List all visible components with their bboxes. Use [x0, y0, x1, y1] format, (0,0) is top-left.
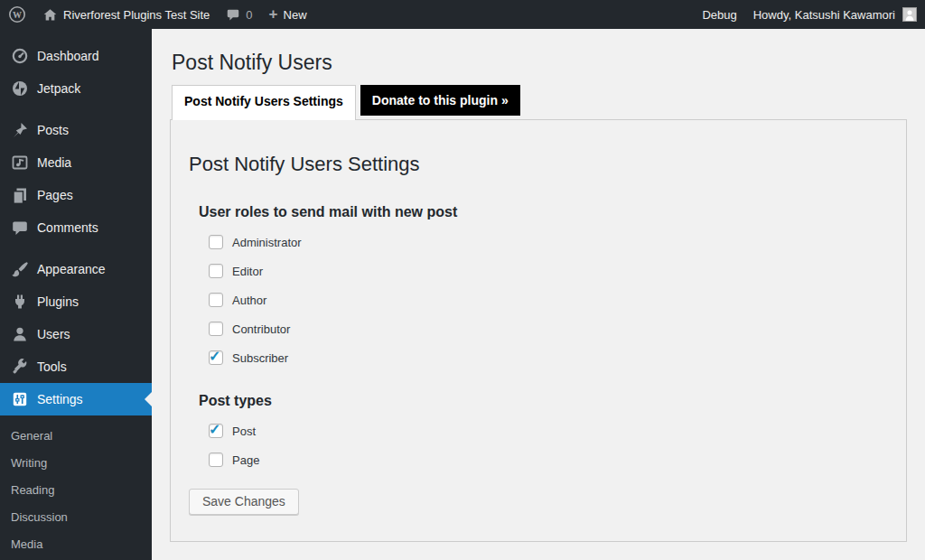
admin-sidebar: Dashboard Jetpack Posts	[0, 29, 152, 560]
sidebar-item-pages[interactable]: Pages	[0, 179, 152, 211]
content-area: Post Notify Users Post Notify Users Sett…	[152, 29, 925, 560]
my-account-menu[interactable]: Howdy, Katsushi Kawamori	[745, 0, 925, 29]
sidebar-item-posts[interactable]: Posts	[0, 114, 152, 146]
sidebar-item-label: Tools	[37, 358, 67, 376]
pushpin-icon	[11, 121, 29, 139]
checkbox[interactable]	[209, 453, 223, 467]
checkbox[interactable]	[209, 322, 223, 336]
checkbox-label: Subscriber	[232, 351, 288, 365]
panel-heading: Post Notify Users Settings	[189, 153, 888, 176]
home-icon	[42, 7, 58, 23]
post-types-heading: Post types	[199, 392, 888, 409]
user-roles-heading: User roles to send mail with new post	[199, 203, 888, 220]
sidebar-subitem-media[interactable]: Media	[0, 531, 152, 558]
new-label: New	[284, 8, 307, 22]
role-checkbox-administrator[interactable]: Administrator	[209, 235, 888, 249]
sidebar-item-label: Settings	[37, 390, 83, 408]
debug-menu[interactable]: Debug	[694, 0, 744, 29]
sidebar-item-settings[interactable]: Settings	[0, 383, 152, 415]
wrench-icon	[11, 358, 29, 376]
pages-icon	[11, 186, 29, 204]
sidebar-item-dashboard[interactable]: Dashboard	[0, 40, 152, 72]
comment-bubble-icon	[226, 7, 240, 22]
sidebar-item-comments[interactable]: Comments	[0, 211, 152, 244]
new-content-button[interactable]: + New	[261, 0, 315, 29]
page-title: Post Notify Users	[170, 29, 907, 85]
checkbox[interactable]	[209, 350, 223, 365]
sidebar-subitem-reading[interactable]: Reading	[0, 477, 152, 504]
checkbox[interactable]	[209, 293, 223, 307]
sidebar-subitem-discussion[interactable]: Discussion	[0, 504, 152, 531]
sidebar-item-jetpack[interactable]: Jetpack	[0, 72, 152, 105]
checkbox-label: Page	[232, 453, 259, 467]
checkbox[interactable]	[209, 424, 223, 438]
site-name-label: Riverforest Plugins Test Site	[63, 8, 210, 22]
sidebar-item-label: Dashboard	[37, 47, 99, 65]
jetpack-icon	[11, 79, 29, 98]
role-checkbox-editor[interactable]: Editor	[209, 264, 888, 278]
checkbox[interactable]	[209, 235, 223, 249]
wordpress-logo-icon[interactable]: W	[0, 0, 34, 29]
plug-icon	[11, 293, 29, 311]
tab-plugin-settings[interactable]: Post Notify Users Settings	[172, 85, 356, 120]
howdy-label: Howdy, Katsushi Kawamori	[753, 8, 895, 22]
comment-icon	[11, 219, 29, 237]
sidebar-item-label: Pages	[37, 186, 73, 204]
tab-donate[interactable]: Donate to this plugin »	[360, 85, 520, 116]
debug-label: Debug	[702, 8, 736, 22]
sidebar-item-label: Appearance	[37, 260, 106, 278]
svg-text:W: W	[13, 10, 22, 20]
avatar	[902, 7, 917, 22]
media-icon	[11, 154, 29, 172]
checkbox-label: Contributor	[232, 322, 290, 336]
plus-icon: +	[269, 6, 278, 22]
dashboard-icon	[11, 47, 29, 65]
sidebar-item-plugins[interactable]: Plugins	[0, 285, 152, 318]
admin-bar-comments[interactable]: 0	[218, 0, 260, 29]
role-checkbox-author[interactable]: Author	[209, 293, 888, 307]
checkbox-label: Author	[232, 294, 266, 307]
role-checkbox-subscriber[interactable]: Subscriber	[209, 350, 888, 365]
brush-icon	[11, 260, 29, 278]
save-changes-button[interactable]: Save Changes	[189, 489, 299, 515]
sidebar-item-label: Plugins	[37, 293, 79, 311]
sidebar-item-label: Users	[37, 325, 70, 343]
menu-separator	[0, 244, 152, 253]
sliders-icon	[11, 390, 29, 408]
tab-bar: Post Notify Users Settings Donate to thi…	[172, 85, 907, 120]
sidebar-item-users[interactable]: Users	[0, 318, 152, 350]
admin-bar-left: W Riverforest Plugins Test Site 0 + New	[0, 0, 315, 29]
sidebar-item-media[interactable]: Media	[0, 146, 152, 179]
comment-count: 0	[246, 8, 252, 22]
sidebar-subitem-writing[interactable]: Writing	[0, 450, 152, 477]
current-menu-arrow	[137, 392, 152, 406]
sidebar-item-label: Posts	[37, 121, 69, 139]
post-type-checkbox-post[interactable]: Post	[209, 424, 888, 438]
wp-logo-icon: W	[8, 5, 26, 23]
admin-bar-right: Debug Howdy, Katsushi Kawamori	[694, 0, 925, 29]
menu-separator	[0, 105, 152, 114]
checkbox-label: Editor	[232, 265, 263, 278]
sidebar-item-label: Media	[37, 154, 71, 172]
checkbox[interactable]	[209, 264, 223, 278]
settings-submenu: General Writing Reading Discussion Media	[0, 415, 152, 558]
sidebar-subitem-general[interactable]: General	[0, 423, 152, 450]
wordpress-admin-screen: W Riverforest Plugins Test Site 0 + New	[0, 0, 925, 560]
person-icon	[11, 325, 29, 343]
sidebar-item-appearance[interactable]: Appearance	[0, 253, 152, 285]
site-name-menu[interactable]: Riverforest Plugins Test Site	[34, 0, 218, 29]
post-type-checkbox-page[interactable]: Page	[209, 453, 888, 467]
checkbox-label: Administrator	[232, 236, 302, 249]
sidebar-item-label: Jetpack	[37, 79, 80, 98]
admin-bar: W Riverforest Plugins Test Site 0 + New	[0, 0, 925, 29]
checkbox-label: Post	[232, 425, 256, 438]
settings-panel: Post Notify Users Settings User roles to…	[170, 119, 907, 542]
sidebar-item-tools[interactable]: Tools	[0, 350, 152, 383]
role-checkbox-contributor[interactable]: Contributor	[209, 322, 888, 336]
sidebar-item-label: Comments	[37, 219, 98, 237]
